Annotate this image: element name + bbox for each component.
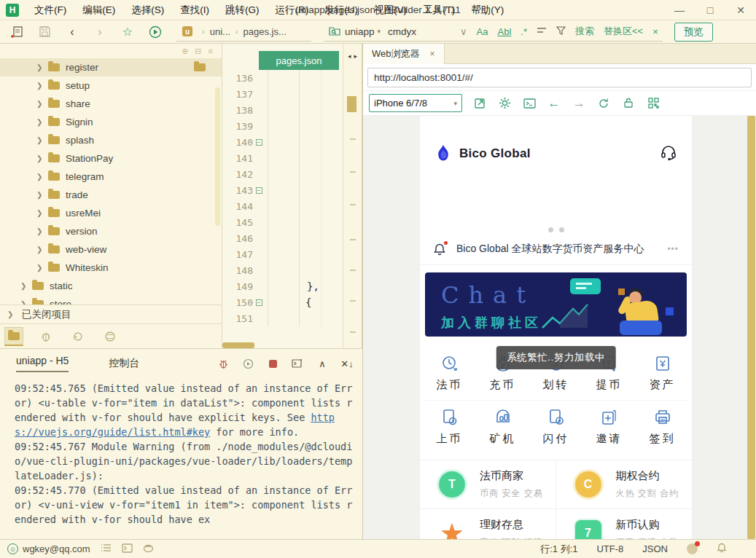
menu-publish[interactable]: 发行(U) <box>316 0 366 20</box>
chevron-expand-icon[interactable]: ❯ <box>36 264 48 272</box>
url-input[interactable]: http://localhost:8001/#/ <box>367 68 752 87</box>
new-terminal-icon[interactable] <box>291 357 304 370</box>
editor-horizontal-scrollbar[interactable] <box>222 342 254 348</box>
debug-icon[interactable] <box>217 357 230 370</box>
debug-bug-icon[interactable] <box>36 327 55 346</box>
chevron-down-icon[interactable]: ▾ <box>378 28 381 35</box>
menu-goto[interactable]: 跳转(G) <box>217 0 268 20</box>
restart-icon[interactable] <box>241 357 254 370</box>
expand-caret-icon[interactable]: ∨ <box>460 26 467 37</box>
settings-gear-icon[interactable] <box>497 96 512 111</box>
more-icon[interactable]: ••• <box>667 244 679 254</box>
close-panel-icon[interactable]: ✕↓ <box>340 357 354 370</box>
grid-item-listing[interactable]: 上币 <box>423 401 476 454</box>
chevron-expand-icon[interactable]: ❯ <box>36 118 48 126</box>
regex-icon[interactable]: .* <box>521 26 527 37</box>
search-button[interactable]: 搜索 <box>575 25 594 38</box>
qr-code-icon[interactable] <box>646 96 660 111</box>
chevron-expand-icon[interactable]: ❯ <box>36 100 48 108</box>
replace-area-button[interactable]: 替换区<< <box>604 25 643 38</box>
menu-tools[interactable]: 工具(T) <box>415 0 463 20</box>
carousel-dot[interactable] <box>548 227 553 232</box>
nav-back-icon[interactable]: ← <box>547 96 561 111</box>
chevron-expand-icon[interactable]: ❯ <box>36 227 48 235</box>
tab-scroll-left-icon[interactable]: ◂ <box>348 52 351 60</box>
minimize-button[interactable]: — <box>664 0 695 20</box>
cursor-position[interactable]: 行:1 列:1 <box>540 543 577 556</box>
forward-icon[interactable]: › <box>89 23 111 42</box>
tree-item-web-view[interactable]: ❯web-view <box>0 240 222 259</box>
device-select[interactable]: iPhone 6/7/8 ▾ <box>369 94 462 112</box>
history-icon[interactable] <box>69 327 87 346</box>
extensions-icon[interactable] <box>101 327 120 346</box>
tree-item-usremei[interactable]: ❯usreMei <box>0 204 222 222</box>
filter-icon[interactable] <box>556 26 566 37</box>
menu-edit[interactable]: 编辑(E) <box>74 0 123 20</box>
card-new-coin[interactable]: 7 新币认购 项目 便捷 申购 <box>556 509 693 539</box>
grid-item-flashpay[interactable]: 闪付 <box>529 401 582 454</box>
grid-item-invite[interactable]: 邀请 <box>582 401 636 454</box>
collapse-panel-icon[interactable]: ∧ <box>316 357 329 370</box>
notification-bell-icon[interactable] <box>717 543 727 555</box>
back-icon[interactable]: ‹ <box>61 23 83 42</box>
menu-select[interactable]: 选择(S) <box>123 0 172 20</box>
tree-item-version[interactable]: ❯version <box>0 222 222 240</box>
closed-projects-section[interactable]: ❯ 已关闭项目 <box>0 304 222 324</box>
fold-toggle-icon[interactable]: − <box>256 299 262 306</box>
chat-banner[interactable]: Chat 加入群聊社区 <box>425 272 687 337</box>
tree-item-static[interactable]: ❯static <box>0 277 222 295</box>
tree-item-splash[interactable]: ❯splash <box>0 131 222 149</box>
card-fiat-merchant[interactable]: T 法币商家 币商 安全 交易 <box>420 460 556 509</box>
chevron-expand-icon[interactable]: ❯ <box>36 136 48 144</box>
close-tab-icon[interactable]: × <box>430 49 435 59</box>
chevron-expand-icon[interactable]: ❯ <box>36 82 48 90</box>
close-button[interactable]: ✕ <box>725 0 756 20</box>
chevron-expand-icon[interactable]: ❯ <box>20 282 32 290</box>
stop-icon[interactable] <box>266 357 279 370</box>
user-email[interactable]: wgkey@qq.com <box>23 543 90 554</box>
search-input[interactable]: cmdyx <box>388 26 416 37</box>
bookmark-star-icon[interactable]: ☆ <box>117 23 139 42</box>
language-service-icon[interactable] <box>143 543 154 555</box>
breadcrumb-file[interactable]: pages.js... <box>243 26 287 37</box>
refresh-icon[interactable] <box>596 96 611 111</box>
match-case-icon[interactable]: Aa <box>477 26 488 37</box>
collapse-all-icon[interactable]: ⊟ <box>195 47 201 56</box>
maximize-button[interactable]: □ <box>695 0 725 20</box>
chevron-expand-icon[interactable]: ❯ <box>36 173 48 181</box>
tab-web-browser[interactable]: Web浏览器 × <box>363 44 445 64</box>
tree-item-share[interactable]: ❯share <box>0 95 222 113</box>
filetype-indicator[interactable]: JSON <box>642 543 668 554</box>
tree-menu-icon[interactable]: ≡ <box>209 47 213 56</box>
tree-item-signin[interactable]: ❯Signin <box>0 113 222 131</box>
outline-list-icon[interactable] <box>101 543 112 554</box>
tree-item-whiteskin[interactable]: ❯Whiteskin <box>0 259 222 277</box>
card-wealth-interest[interactable]: ★ 理财存息 高效 理财 投资 <box>420 509 556 539</box>
editor-lines[interactable]: 136 137 138 139 140− 141 142 143− 144 14… <box>222 70 343 326</box>
tree-item-stationpay[interactable]: ❯StationPay <box>0 149 222 168</box>
menu-help[interactable]: 帮助(Y) <box>463 0 512 20</box>
lock-icon[interactable] <box>621 96 636 111</box>
chevron-expand-icon[interactable]: ❯ <box>7 310 19 318</box>
tab-uniapp-h5[interactable]: uniapp - H5 <box>16 355 69 372</box>
console-output[interactable]: 09:52:45.765 (Emitted value instead of a… <box>0 378 362 527</box>
menu-run[interactable]: 运行(R) <box>268 0 317 20</box>
update-notification-icon[interactable] <box>687 543 698 554</box>
chevron-expand-icon[interactable]: ❯ <box>36 191 48 199</box>
chevron-expand-icon[interactable]: ❯ <box>36 209 48 217</box>
editor-vertical-scrollbar[interactable] <box>347 96 356 112</box>
tree-item-trade[interactable]: ❯trade <box>0 186 222 204</box>
encoding-indicator[interactable]: UTF-8 <box>596 543 623 554</box>
search-scope-value[interactable]: uniapp <box>345 26 375 37</box>
close-search-icon[interactable]: × <box>652 26 658 37</box>
grid-item-miner[interactable]: 矿机 <box>476 401 529 454</box>
tree-item-register[interactable]: ❯ register <box>0 58 222 76</box>
chevron-expand-icon[interactable]: ❯ <box>36 245 48 254</box>
tree-item-store[interactable]: ❯store <box>0 295 222 304</box>
new-file-icon[interactable] <box>6 23 28 42</box>
run-icon[interactable] <box>144 23 166 42</box>
grid-item-checkin[interactable]: 签到 <box>636 401 689 454</box>
tree-item-setup[interactable]: ❯setup <box>0 76 222 95</box>
fold-toggle-icon[interactable]: − <box>256 187 262 194</box>
tab-pages-json[interactable]: pages.json <box>259 51 339 70</box>
